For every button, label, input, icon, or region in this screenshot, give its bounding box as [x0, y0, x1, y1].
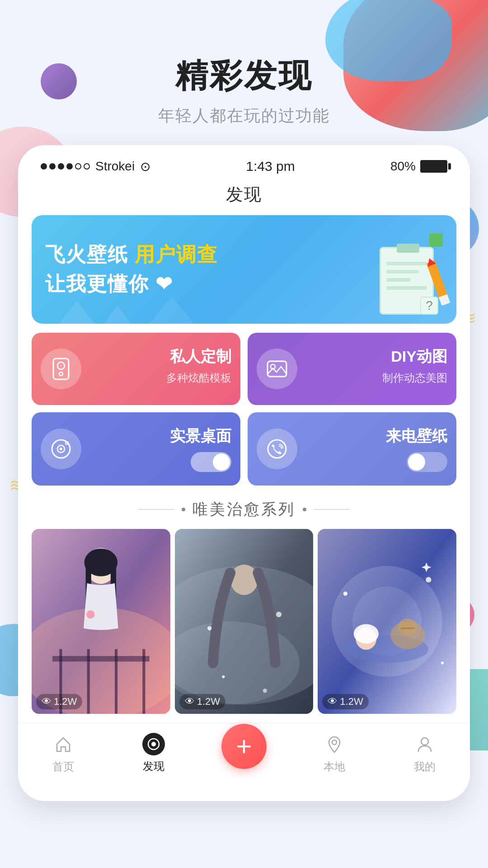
feature-card-live-desktop[interactable]: 实景桌面 [32, 412, 240, 486]
toggle-thumb-live [213, 453, 230, 471]
feature-icon-camera [41, 429, 81, 469]
image-placeholder-1 [32, 529, 170, 714]
feature-title-private: 私人定制 [170, 346, 231, 367]
svg-point-27 [207, 626, 211, 630]
mine-icon [413, 732, 436, 756]
image-card-1[interactable]: 👁 1.2W [32, 529, 170, 714]
section-label: 唯美治愈系列 [18, 499, 470, 520]
svg-rect-17 [52, 656, 150, 661]
feature-title-call: 来电壁纸 [386, 426, 447, 447]
svg-point-22 [86, 610, 94, 618]
banner-text: 飞火壁纸 用户调查 让我更懂你 ❤ [45, 241, 443, 297]
eye-icon-3: 👁 [328, 696, 338, 708]
nav-item-plus[interactable]: + [199, 737, 289, 769]
svg-point-39 [343, 592, 347, 596]
eye-icon-2: 👁 [185, 696, 195, 708]
svg-point-1 [59, 372, 63, 376]
nav-label-discover: 发现 [143, 759, 164, 774]
feature-icon-phone-call [257, 429, 297, 469]
svg-point-44 [332, 740, 337, 745]
question-mark: ? [420, 297, 438, 315]
image-badge-1: 👁 1.2W [36, 694, 82, 709]
section-dot-left [182, 508, 185, 511]
signal-dot-6 [84, 163, 90, 170]
image-card-3[interactable]: 👁 1.2W [318, 529, 456, 714]
triangle-1 [59, 301, 95, 324]
feature-subtitle-private: 多种炫酷模板 [166, 371, 231, 385]
status-right: 80% [390, 159, 447, 174]
wifi-icon: ⊙ [140, 159, 150, 174]
signal-dot-2 [49, 163, 56, 170]
nav-label-home: 首页 [52, 760, 74, 774]
svg-point-36 [354, 624, 379, 644]
image-placeholder-3 [318, 529, 456, 714]
local-icon [323, 732, 346, 756]
svg-point-41 [441, 661, 444, 664]
svg-point-45 [421, 738, 428, 745]
status-left: Strokei ⊙ [41, 159, 150, 174]
status-time: 1:43 pm [246, 159, 295, 174]
section-line-left [138, 509, 174, 510]
section-line-right [314, 509, 350, 510]
nav-item-home[interactable]: 首页 [18, 732, 108, 774]
svg-point-3 [60, 364, 62, 367]
feature-icon-image [257, 349, 297, 389]
feature-title-diy: DIY动图 [391, 346, 447, 367]
feature-subtitle-diy: 制作动态美图 [382, 371, 447, 385]
signal-dot-4 [66, 163, 73, 170]
section-dot-right [303, 508, 306, 511]
image-badge-2: 👁 1.2W [179, 694, 225, 709]
phone-card: Strokei ⊙ 1:43 pm 80% 发现 飞火壁纸 用户调查 让我更懂你… [18, 145, 470, 801]
svg-point-38 [398, 618, 418, 635]
triangle-2 [104, 306, 131, 324]
svg-point-30 [263, 689, 267, 693]
toggle-live-desktop[interactable] [191, 452, 231, 472]
feature-title-live: 实景桌面 [170, 426, 231, 447]
nav-label-mine: 我的 [414, 760, 436, 774]
app-subtitle: 年轻人都在玩的过功能 [0, 105, 488, 127]
svg-point-9 [66, 442, 68, 444]
nav-item-discover[interactable]: 发现 [108, 733, 199, 774]
svg-point-43 [151, 742, 156, 746]
home-icon [52, 732, 75, 756]
toggle-container-live[interactable] [191, 452, 231, 472]
nav-label-local: 本地 [324, 760, 345, 774]
plus-button[interactable]: + [221, 724, 267, 769]
discover-active-indicator [142, 733, 165, 755]
svg-point-28 [276, 612, 282, 617]
svg-rect-4 [267, 361, 286, 377]
bottom-nav: 首页 发现 + 本地 [18, 723, 470, 788]
banner-line2: 让我更懂你 ❤ [45, 271, 443, 297]
toggle-call-wallpaper[interactable] [407, 452, 447, 472]
image-grid: 👁 1.2W [32, 529, 456, 714]
svg-point-26 [230, 565, 258, 595]
svg-point-8 [60, 448, 62, 450]
feature-card-call-wallpaper[interactable]: 来电壁纸 [248, 412, 456, 486]
banner[interactable]: 飞火壁纸 用户调查 让我更懂你 ❤ ? [32, 215, 456, 324]
section-label-text: 唯美治愈系列 [192, 499, 296, 520]
signal-dot-5 [75, 163, 81, 170]
battery-percent: 80% [390, 159, 416, 174]
triangle-3 [149, 297, 194, 324]
feature-card-private-customize[interactable]: 私人定制 多种炫酷模板 [32, 333, 240, 405]
feature-icon-phone [41, 349, 81, 389]
banner-line1: 飞火壁纸 用户调查 [45, 241, 443, 268]
view-count-2: 1.2W [197, 696, 220, 708]
view-count-1: 1.2W [54, 696, 77, 708]
eye-icon-1: 👁 [42, 696, 52, 708]
battery-icon [420, 160, 447, 173]
status-bar: Strokei ⊙ 1:43 pm 80% [18, 145, 470, 179]
toggle-container-call[interactable] [407, 452, 447, 472]
toggle-thumb-call [408, 453, 425, 471]
image-card-2[interactable]: 👁 1.2W [175, 529, 314, 714]
feature-card-diy-gif[interactable]: DIY动图 制作动态美图 [248, 333, 456, 405]
app-title: 精彩发现 [0, 54, 488, 98]
svg-point-40 [426, 577, 432, 582]
page-title: 发现 [18, 179, 470, 215]
nav-item-mine[interactable]: 我的 [380, 732, 470, 774]
view-count-3: 1.2W [340, 696, 363, 708]
signal-dot-3 [58, 163, 64, 170]
svg-point-29 [222, 675, 225, 678]
nav-item-local[interactable]: 本地 [289, 732, 380, 774]
svg-point-10 [268, 440, 286, 458]
